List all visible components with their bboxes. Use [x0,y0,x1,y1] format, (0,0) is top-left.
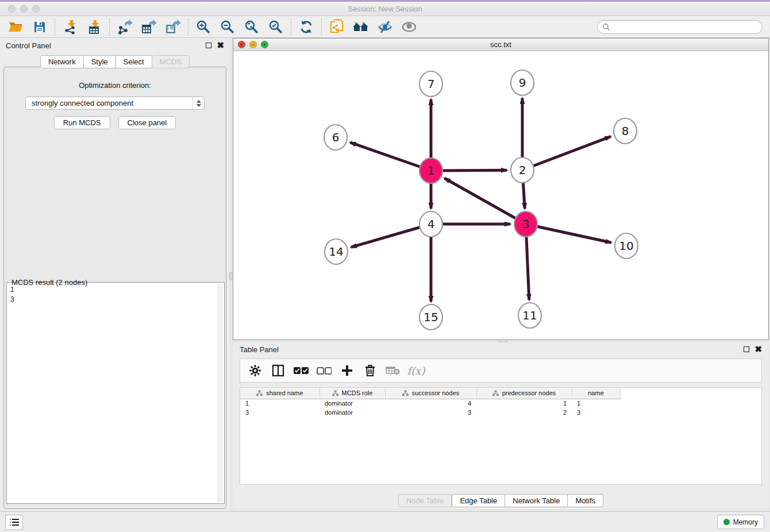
zoom-selected-button[interactable] [264,17,288,37]
cell[interactable]: dominator [319,408,385,417]
tab-network[interactable]: Network [40,55,84,68]
column-header-successor-nodes[interactable]: successor nodes [385,388,476,399]
export-network-button[interactable] [113,17,137,37]
edge-1-6[interactable] [350,142,431,171]
cell[interactable]: 3 [240,408,319,417]
split-table-button[interactable] [268,361,288,380]
svg-text:15: 15 [424,310,438,324]
split-panel-icon [272,364,284,377]
search-icon [602,22,611,32]
criterion-select[interactable]: strongly connected component [25,97,205,110]
cell[interactable]: 1 [572,399,620,408]
zoom-in-button[interactable] [191,17,215,37]
table-settings-button[interactable] [245,361,265,380]
network-maximize-button[interactable]: + [261,41,268,48]
graph-node-14[interactable]: 14 [325,239,348,264]
column-header-predecessor-nodes[interactable]: predecessor nodes [476,388,572,399]
import-network-icon [63,20,78,34]
cell[interactable]: dominator [319,399,385,408]
graph-node-10[interactable]: 10 [615,233,638,259]
import-table-button[interactable] [82,17,106,37]
tab-mcds[interactable]: MCDS [152,55,190,68]
edge-4-14[interactable] [351,224,431,247]
float-panel-icon[interactable] [206,43,211,48]
app-titlebar: Session: New Session [0,2,770,16]
table-panel-title: Table Panel [240,345,279,354]
zoom-out-button[interactable] [215,17,240,37]
task-history-button[interactable] [5,515,23,530]
refresh-view-button[interactable] [294,17,318,37]
memory-button[interactable]: Memory [717,515,764,529]
node-table[interactable]: shared nameMCDS rolesuccessor nodesprede… [240,387,762,485]
float-table-panel-icon[interactable] [744,346,749,352]
network-close-button[interactable]: × [238,41,245,48]
edge-3-1[interactable] [445,178,526,224]
cell[interactable]: 3 [385,408,476,417]
table-row[interactable]: 3dominator323 [240,408,620,417]
maximize-window-button[interactable] [32,5,40,13]
run-mcds-button[interactable]: Run MCDS [54,116,110,129]
cell[interactable]: 3 [572,408,620,417]
graph-node-2[interactable]: 2 [511,157,534,183]
graph-node-4[interactable]: 4 [419,211,442,237]
graph-node-11[interactable]: 11 [518,303,541,328]
deselect-all-rows-button[interactable] [314,361,334,380]
column-header-name[interactable]: name [572,388,620,399]
result-scrollbar[interactable] [218,284,223,502]
close-window-button[interactable] [8,5,16,13]
control-panel-header: Control Panel ✖ [0,38,230,53]
close-panel-icon[interactable]: ✖ [217,43,224,48]
column-header-shared-name[interactable]: shared name [240,388,319,399]
delete-table-button[interactable] [383,361,403,380]
duplicate-network-button[interactable] [325,17,349,37]
search-box[interactable] [597,20,763,34]
cell[interactable]: 1 [240,399,319,408]
home-layout-button[interactable] [349,17,373,37]
search-input[interactable] [611,21,762,33]
table-row[interactable]: 1dominator411 [240,399,620,408]
open-file-button[interactable] [3,17,28,37]
plus-icon [341,365,353,376]
export-image-button[interactable] [161,17,185,37]
checked-boxes-icon [294,367,309,375]
svg-text:10: 10 [619,239,633,253]
tab-select[interactable]: Select [116,55,152,68]
graph-node-15[interactable]: 15 [419,304,442,330]
export-table-button[interactable] [137,17,161,37]
minimize-window-button[interactable] [20,5,28,13]
delete-columns-button[interactable] [360,361,380,380]
close-table-panel-icon[interactable]: ✖ [754,346,762,352]
network-canvas[interactable]: 7968124314101511 [233,51,768,339]
graph-node-6[interactable]: 6 [324,125,347,150]
graph-node-3[interactable]: 3 [514,211,537,237]
graph-node-7[interactable]: 7 [419,71,442,97]
zoom-fit-button[interactable] [240,17,264,37]
import-network-button[interactable] [58,17,82,37]
cell[interactable]: 4 [385,399,476,408]
show-graphics-details-button[interactable] [397,17,421,37]
cell[interactable]: 1 [476,399,572,408]
save-session-button[interactable] [28,17,52,37]
tab-motifs[interactable]: Motifs [568,494,603,507]
network-minimize-button[interactable]: − [249,41,257,48]
graph-node-9[interactable]: 9 [511,70,534,95]
unchecked-boxes-icon [317,367,332,375]
edge-2-8[interactable] [522,137,611,170]
graph-node-8[interactable]: 8 [614,118,637,144]
tab-style[interactable]: Style [84,55,116,68]
close-panel-button[interactable]: Close panel [118,116,176,129]
column-header-MCDS-role[interactable]: MCDS role [319,388,385,399]
control-panel-tabs: NetworkStyleSelectMCDS [0,55,230,68]
edge-3-10[interactable] [526,224,611,242]
graph-node-1[interactable]: 1 [419,158,442,183]
window-controls[interactable] [8,5,40,13]
cell[interactable]: 2 [476,408,572,417]
network-window-titlebar[interactable]: × − + scc.txt [233,38,768,51]
select-all-rows-button[interactable] [291,361,311,380]
add-column-button[interactable] [337,361,357,380]
tab-network-table[interactable]: Network Table [505,494,568,507]
hide-graphics-details-button[interactable] [373,17,397,37]
tab-node-table[interactable]: Node Table [398,494,452,507]
tab-edge-table[interactable]: Edge Table [452,494,505,507]
function-builder-button[interactable]: f(x) [406,361,426,380]
